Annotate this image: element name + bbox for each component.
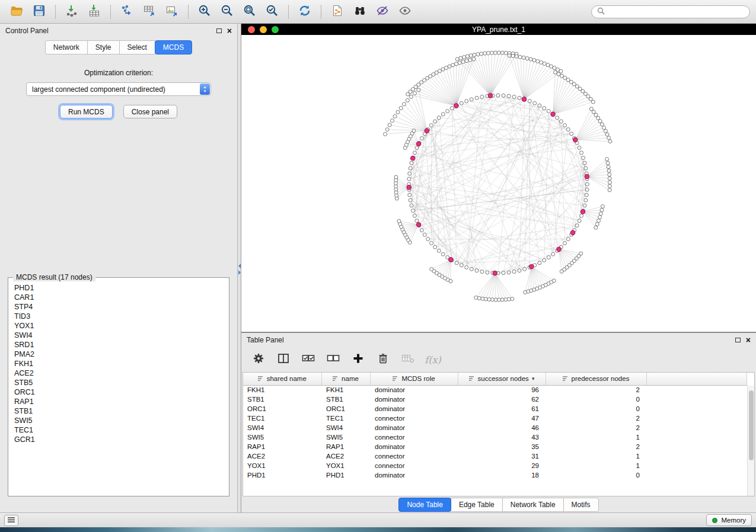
table-row[interactable]: PHD1PHD1dominator180: [243, 470, 747, 480]
mcds-result-item[interactable]: GCR1: [14, 435, 223, 444]
export-table-button[interactable]: [139, 3, 160, 21]
mcds-result-item[interactable]: PMA2: [14, 350, 223, 359]
close-panel-button[interactable]: Close panel: [123, 105, 177, 118]
mcds-result-item[interactable]: FKH1: [14, 359, 223, 368]
zoom-selected-button[interactable]: [261, 3, 283, 21]
criterion-dropdown[interactable]: largest connected component (undirected)…: [26, 82, 211, 96]
network-window-titlebar[interactable]: YPA_prune.txt_1: [241, 24, 756, 35]
create-column-button[interactable]: [350, 352, 366, 367]
table-scrollbar[interactable]: [747, 386, 754, 496]
mcds-result-item[interactable]: STP4: [14, 302, 223, 312]
tab-node-table[interactable]: Node Table: [398, 498, 451, 512]
mcds-result-item[interactable]: SRD1: [14, 340, 223, 350]
copy-network-button[interactable]: [327, 3, 348, 21]
column-header-predecessor-nodes[interactable]: predecessor nodes: [546, 373, 646, 385]
mcds-result-item[interactable]: ACE2: [14, 368, 223, 378]
search-input[interactable]: [608, 8, 744, 16]
tab-motifs[interactable]: Motifs: [563, 498, 599, 512]
memory-button[interactable]: Memory: [706, 514, 752, 526]
network-graph[interactable]: [241, 35, 756, 332]
import-network-icon: [65, 4, 79, 20]
optimization-criterion-label: Optimization criterion:: [0, 69, 237, 77]
tab-edge-table[interactable]: Edge Table: [451, 498, 503, 512]
column-header-shared-name[interactable]: shared name: [243, 373, 321, 385]
status-bar: Memory: [0, 512, 756, 527]
mcds-result-list[interactable]: PHD1CAR1STP4TID3YOX1SWI4SRD1PMA2FKH1ACE2…: [8, 278, 229, 496]
tab-network-table[interactable]: Network Table: [502, 498, 564, 512]
mcds-result-item[interactable]: YOX1: [14, 321, 223, 331]
mcds-result-item[interactable]: TID3: [14, 312, 223, 321]
table-row[interactable]: RAP1RAP1dominator352: [243, 442, 747, 451]
window-close-icon[interactable]: [248, 26, 255, 33]
mcds-result-item[interactable]: ORC1: [14, 387, 223, 397]
apply-layout-button[interactable]: [294, 3, 315, 21]
table-cell: dominator: [370, 423, 458, 432]
table-cell: PHD1: [243, 470, 321, 480]
table-toolbar: f(x): [241, 347, 756, 372]
tab-mcds[interactable]: MCDS: [155, 40, 192, 55]
import-network-button[interactable]: [61, 3, 82, 21]
table-row[interactable]: FKH1FKH1dominator962: [243, 385, 747, 395]
save-session-button[interactable]: [28, 3, 50, 21]
zoom-fit-button[interactable]: [239, 3, 260, 21]
deselect-all-rows-button[interactable]: [326, 352, 341, 367]
vertical-splitter[interactable]: [237, 24, 241, 512]
show-graphics-button[interactable]: [394, 3, 416, 21]
mcds-result-item[interactable]: CAR1: [14, 293, 223, 302]
mcds-result-item[interactable]: TEC1: [14, 425, 223, 435]
column-sort-icon: [469, 376, 475, 382]
table-cell: SWI4: [243, 423, 321, 432]
memory-label: Memory: [721, 517, 746, 524]
table-panel: Table Panel ×: [241, 333, 756, 512]
zoom-in-button[interactable]: [194, 3, 215, 21]
mcds-result-item[interactable]: RAP1: [14, 397, 223, 406]
show-columns-button[interactable]: [276, 352, 291, 367]
float-panel-icon[interactable]: [216, 28, 222, 33]
table-row[interactable]: ORC1ORC1dominator610: [243, 404, 747, 414]
tab-style[interactable]: Style: [87, 40, 120, 55]
window-minimize-icon[interactable]: [260, 26, 267, 33]
table-row[interactable]: STB1STB1dominator620: [243, 395, 747, 404]
table-cell: 1: [546, 461, 646, 470]
run-mcds-button[interactable]: Run MCDS: [60, 105, 113, 118]
window-zoom-icon[interactable]: [272, 26, 279, 33]
select-all-rows-button[interactable]: [301, 352, 316, 367]
mcds-result-item[interactable]: SWI5: [14, 416, 223, 425]
hide-details-button[interactable]: [372, 3, 393, 21]
tab-select[interactable]: Select: [119, 40, 155, 55]
splitter-collapse-handle[interactable]: [238, 264, 241, 275]
column-header-successor-nodes[interactable]: successor nodes▾: [458, 373, 546, 385]
column-header-MCDS-role[interactable]: MCDS role: [370, 373, 458, 385]
toolbar-search-field[interactable]: [591, 5, 750, 18]
close-table-panel-icon[interactable]: ×: [746, 336, 751, 344]
table-row[interactable]: SWI4SWI4dominator462: [243, 423, 747, 432]
status-menu-button[interactable]: [4, 515, 18, 526]
table-row[interactable]: YOX1YOX1connector291: [243, 461, 747, 470]
table-scrollbar-thumb[interactable]: [749, 390, 754, 460]
delete-column-button[interactable]: [375, 352, 391, 367]
table-row[interactable]: TEC1TEC1connector472: [243, 414, 747, 423]
column-label: MCDS role: [401, 375, 435, 382]
network-canvas[interactable]: [241, 35, 756, 332]
mcds-result-item[interactable]: PHD1: [14, 283, 223, 293]
table-cell: 43: [458, 432, 546, 442]
table-cell: 2: [546, 423, 646, 432]
column-header-name[interactable]: name: [321, 373, 370, 385]
export-network-button[interactable]: [116, 3, 138, 21]
float-table-panel-icon[interactable]: [735, 338, 741, 342]
table-row[interactable]: ACE2ACE2connector311: [243, 451, 747, 461]
close-panel-icon[interactable]: ×: [227, 27, 232, 35]
import-table-button[interactable]: [84, 3, 105, 21]
table-row[interactable]: SWI5SWI5connector431: [243, 432, 747, 442]
table-settings-button[interactable]: [251, 352, 266, 367]
search-network-button[interactable]: [349, 3, 371, 21]
export-image-button[interactable]: [161, 3, 183, 21]
zoom-out-button[interactable]: [216, 3, 238, 21]
function-builder-button[interactable]: f(x): [425, 352, 441, 367]
tab-network[interactable]: Network: [45, 40, 88, 55]
open-file-button[interactable]: [6, 3, 27, 21]
mcds-result-item[interactable]: STB1: [14, 406, 223, 416]
dropdown-stepper-icon: ▲▼: [200, 84, 210, 95]
mcds-result-item[interactable]: STB5: [14, 378, 223, 387]
mcds-result-item[interactable]: SWI4: [14, 331, 223, 340]
